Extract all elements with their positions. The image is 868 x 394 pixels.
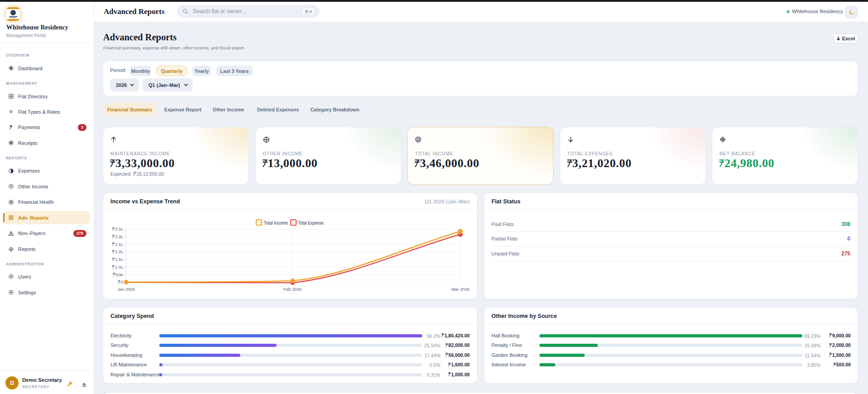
svg-text:2.5L: 2.5L xyxy=(115,242,124,247)
svg-text:1.0L: 1.0L xyxy=(115,264,124,269)
svg-text:Total Expense: Total Expense xyxy=(298,220,324,226)
svg-text:Feb 2026: Feb 2026 xyxy=(283,287,301,292)
svg-text:3.5L: 3.5L xyxy=(115,226,124,231)
svg-text:50K: 50K xyxy=(116,272,124,277)
svg-text:Jan 2026: Jan 2026 xyxy=(118,287,135,292)
svg-text:3.0L: 3.0L xyxy=(115,234,124,239)
svg-text:Total Income: Total Income xyxy=(264,220,288,226)
svg-text:0: 0 xyxy=(121,279,123,284)
svg-text:Mar 2026: Mar 2026 xyxy=(451,287,469,292)
svg-text:2.0L: 2.0L xyxy=(115,249,124,254)
svg-text:1.5L: 1.5L xyxy=(115,257,124,262)
